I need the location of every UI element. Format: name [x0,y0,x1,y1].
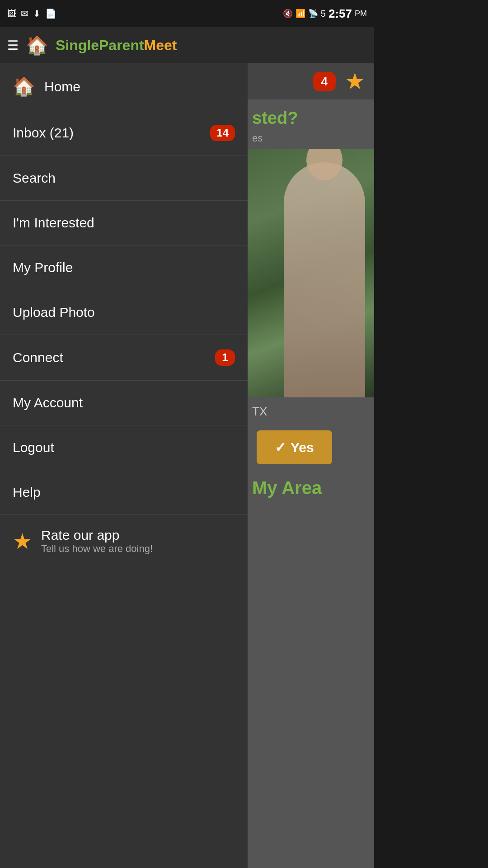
help-label: Help [13,485,41,500]
sidebar-item-my-account[interactable]: My Account [0,381,248,425]
sidebar-item-logout[interactable]: Logout [0,425,248,470]
inbox-badge: 14 [210,125,235,141]
rate-app-text-container: Rate our app Tell us how we are doing! [41,528,153,555]
app-logo-single: SingleParent [56,37,144,53]
logout-label: Logout [13,440,54,455]
inbox-label: Inbox (21) [13,125,74,141]
my-account-label: My Account [13,395,83,410]
mute-icon: 🔇 [283,9,293,19]
interested-subtext: es [248,132,374,149]
main-content: 🏠 Home Inbox (21) 14 Search I'm Interest… [0,63,374,868]
sidebar-item-upload-photo[interactable]: Upload Photo [0,290,248,335]
person-silhouette [284,162,365,397]
status-bar-left-icons: 🖼 ✉ ⬇ 📄 [7,8,56,19]
sidebar-item-inbox[interactable]: Inbox (21) 14 [0,110,248,156]
status-time: 2:57 [328,7,352,21]
header-home-icon[interactable]: 🏠 [26,35,48,56]
right-content-area: 4 ★ sted? es TX ✓ Yes My A [248,63,374,868]
wifi-icon: 📶 [296,9,305,19]
download-status-icon: ⬇ [33,8,41,19]
file-status-icon: 📄 [45,8,56,19]
my-profile-label: My Profile [13,260,73,275]
profile-image [248,149,374,397]
tab-badge[interactable]: 4 [313,72,336,91]
search-label: Search [13,170,56,186]
sidebar-item-interested[interactable]: I'm Interested [0,201,248,245]
sidebar-item-home[interactable]: 🏠 Home [0,63,248,110]
checkmark-icon: ✓ [275,439,286,455]
sidebar-item-help[interactable]: Help [0,470,248,515]
interested-question: sted? [248,99,374,132]
app-logo-meet: Meet [144,37,177,53]
battery-number: 5 [321,9,326,19]
interested-label: I'm Interested [13,215,94,231]
sidebar-item-search[interactable]: Search [0,156,248,201]
image-status-icon: 🖼 [7,9,16,19]
rate-app-star-icon: ★ [13,528,32,554]
connect-label: Connect [13,350,63,365]
app-header: ☰ 🏠 SingleParentMeet [0,27,374,63]
status-ampm: PM [355,9,367,19]
status-bar-right-icons: 🔇 📶 📡 5 2:57 PM [283,7,367,21]
signal-icon: 📡 [308,9,318,19]
rate-app-title: Rate our app [41,528,153,543]
yes-button[interactable]: ✓ Yes [257,430,332,464]
sidebar-item-my-profile[interactable]: My Profile [0,245,248,290]
sidebar-item-rate-app[interactable]: ★ Rate our app Tell us how we are doing! [0,515,248,567]
sidebar-item-connect[interactable]: Connect 1 [0,335,248,381]
right-header-tabs: 4 ★ [248,63,374,99]
connect-badge: 1 [215,349,235,366]
my-area-text: My Area [248,469,374,507]
mail-status-icon: ✉ [21,8,28,19]
sidebar-home-label: Home [44,79,80,94]
home-icon: 🏠 [13,76,35,97]
upload-photo-label: Upload Photo [13,305,95,320]
hamburger-icon[interactable]: ☰ [7,38,19,53]
sidebar-drawer: 🏠 Home Inbox (21) 14 Search I'm Interest… [0,63,248,868]
rate-app-subtitle: Tell us how we are doing! [41,543,153,555]
star-tab-icon[interactable]: ★ [345,68,365,94]
status-bar: 🖼 ✉ ⬇ 📄 🔇 📶 📡 5 2:57 PM [0,0,374,27]
app-logo: SingleParentMeet [56,37,177,54]
location-text: TX [248,397,374,426]
